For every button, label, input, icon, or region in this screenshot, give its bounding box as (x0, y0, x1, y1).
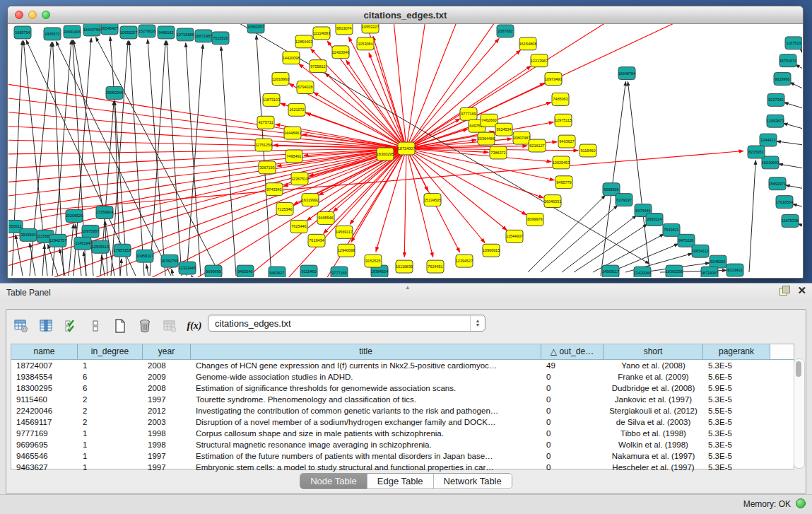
tab-edge-table[interactable]: Edge Table (367, 474, 434, 489)
graph-node-label: 7485063 (553, 97, 567, 101)
graph-node-label: 9115460 (581, 148, 596, 153)
graph-node-label: 10973493 (545, 77, 562, 81)
table-vertical-scrollbar[interactable] (794, 358, 805, 469)
tab-node-table[interactable]: Node Table (300, 474, 367, 489)
table-cell: 9699695 (11, 439, 78, 450)
column-header-title[interactable]: title (191, 344, 541, 359)
table-cell: Structural magnetic resonance image aver… (191, 439, 541, 450)
graph-node-label: 10975887 (82, 229, 99, 233)
zoom-window-icon[interactable] (42, 11, 50, 19)
table-cell: 0 (541, 450, 604, 462)
network-window-titlebar[interactable]: citations_edges.txt (8, 6, 803, 24)
new-table-icon[interactable] (112, 318, 128, 334)
table-source-select[interactable]: citations_edges.txt ▲▼ (208, 315, 486, 332)
close-panel-icon[interactable]: ✕ (797, 286, 806, 296)
import-table-icon[interactable] (162, 318, 177, 334)
table-cell: Jankovic et al. (1997) (604, 394, 703, 405)
column-header-in_degree[interactable]: in_degree (78, 344, 143, 359)
column-header-pagerank[interactable]: pagerank (703, 344, 770, 359)
graph-node-label: 1350611 (8, 224, 21, 228)
graph-node-label: 12854403 (295, 40, 312, 44)
graph-node-label: 7386372 (490, 151, 505, 155)
column-header-filler (770, 344, 794, 359)
table-row[interactable]: 946554611997Estimation of the future num… (11, 450, 794, 462)
table-cell: 0 (541, 371, 604, 382)
graph-node-label: 9329966 (775, 77, 789, 81)
graph-node-label: 12940098 (338, 248, 355, 252)
table-cell: 2009 (143, 371, 191, 382)
graph-node-label: 14569117 (336, 230, 353, 234)
splitter-handle[interactable]: ▴ (406, 284, 410, 290)
close-window-icon[interactable] (15, 11, 23, 19)
table-toolbar: f(x) (13, 315, 202, 337)
table-cell (770, 394, 794, 405)
graph-node-label: 10025453 (553, 160, 570, 165)
table-row[interactable]: 1830029562008Estimation of significance … (11, 382, 794, 394)
table-cell: 6 (78, 382, 143, 394)
network-window[interactable]: citations_edges.txt 16857542405572206 (7, 6, 804, 279)
table-cell: Hescheler et al. (1997) (604, 462, 703, 473)
column-header-short[interactable]: short (604, 344, 703, 359)
graph-node-label: 8215953 (748, 150, 763, 154)
graph-node-label: 22420046 (634, 271, 651, 275)
column-header-year[interactable]: year (143, 344, 191, 359)
table-cell: 1 (78, 428, 143, 439)
graph-node-label: 7632621 (664, 228, 678, 232)
table-cell: 0 (541, 382, 604, 394)
table-cell: 5.3E-5 (703, 428, 770, 439)
graph-node-label: 6379197 (616, 198, 631, 202)
float-panel-icon[interactable] (779, 286, 790, 296)
table-row[interactable]: 1938455462009Genome-wide association stu… (11, 371, 794, 382)
table-row[interactable]: 946362711997Embryonic stem cells: a mode… (11, 462, 794, 473)
show-columns-icon[interactable] (38, 318, 54, 334)
table-cell: 0 (541, 439, 604, 450)
network-canvas[interactable]: 1685754240557220691406184437501654542710… (8, 24, 802, 277)
graph-node-label: 9227343 (768, 98, 783, 102)
graph-node-label: 16671985 (195, 34, 212, 38)
row-options-icon[interactable] (88, 318, 103, 334)
graph-node-label: 10655257 (120, 30, 137, 35)
table-row[interactable]: 1872400712008Changes of HCN gene express… (11, 360, 794, 371)
table-cell: 5.3E-5 (703, 450, 770, 462)
delete-table-icon[interactable] (137, 318, 153, 334)
table-settings-icon[interactable] (13, 318, 29, 334)
graph-node-label: 8099979 (527, 217, 542, 221)
memory-status-label: Memory: OK (743, 499, 791, 509)
graph-node-label: 8813074 (336, 26, 351, 30)
table-cell: Nakamura et al. (1997) (604, 450, 703, 462)
table-row[interactable]: 969969511998Structural magnetic resonanc… (11, 439, 794, 450)
function-builder-icon[interactable]: f(x) (187, 318, 202, 334)
minimize-window-icon[interactable] (28, 11, 37, 19)
graph-node-label: 20364486 (478, 136, 495, 141)
graph-node-label: 15751074 (779, 59, 796, 63)
table-row[interactable]: 977716911998Corpus callosum shape and si… (11, 428, 794, 439)
table-cell: Embryonic stem cells: a model to study s… (191, 462, 541, 473)
select-rows-icon[interactable] (63, 318, 78, 334)
table-row[interactable]: 2242004622012Investigating the contribut… (11, 405, 794, 416)
table-cell: 2 (78, 394, 143, 405)
graph-node-label: 12224083 (313, 31, 330, 35)
table-cell: Wolkin et al. (1998) (604, 439, 703, 450)
table-panel: Table Panel ▴ ✕ (0, 283, 812, 514)
graph-node-label: 3624534 (496, 127, 511, 132)
table-panel-header[interactable]: Table Panel ▴ ✕ (0, 284, 812, 302)
table-row[interactable]: 911546021997Tourette syndrome. Phenomeno… (11, 394, 794, 405)
scrollbar-thumb[interactable] (796, 361, 801, 377)
graph-node-label: 1167533 (787, 41, 801, 45)
graph-node-label: 16046331 (544, 199, 561, 204)
graph-node-label: 14448461 (284, 131, 301, 135)
graph-node-label: 12093873 (767, 119, 784, 123)
table-row[interactable]: 1456911722003Disruption of a novel membe… (11, 416, 794, 428)
table-cell: 5.3E-5 (703, 439, 770, 450)
status-bar: Memory: OK (0, 494, 812, 514)
table-cell: Dudbridge et al. (2008) (604, 382, 703, 394)
table-source-value: citations_edges.txt (208, 318, 470, 329)
graph-node-label: 9152525 (365, 259, 380, 263)
graph-node-label: 18443750 (83, 28, 100, 32)
tab-network-table[interactable]: Network Table (434, 474, 512, 489)
table-cell: 9465546 (11, 450, 78, 462)
column-header-name[interactable]: name (11, 344, 78, 359)
graph-node-label: 16782759 (161, 259, 178, 263)
column-header-out_de[interactable]: △ out_de… (541, 344, 604, 359)
graph-node-label: 9463627 (559, 139, 574, 144)
